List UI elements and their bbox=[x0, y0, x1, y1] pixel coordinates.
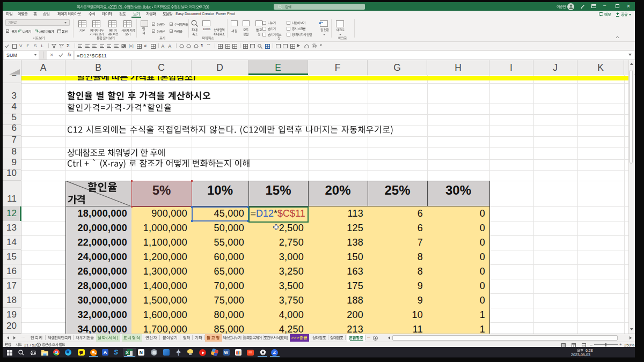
svg-text:X: X bbox=[126, 350, 129, 355]
